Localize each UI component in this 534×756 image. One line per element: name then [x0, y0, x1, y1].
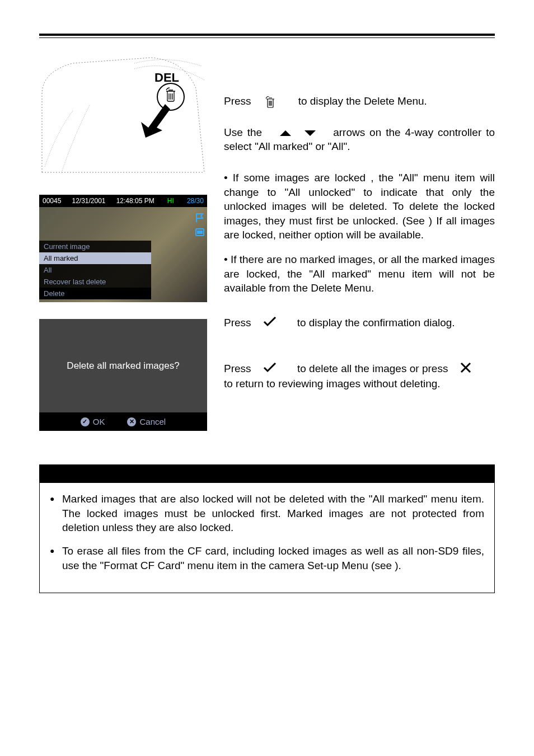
note-item-2: To erase all files from the CF card, inc… [50, 544, 484, 572]
main-columns: DEL 00045 12/31/2001 12:48:05 PM HI 28/3… [39, 55, 495, 431]
confirm-prompt: Delete all marked images? [39, 319, 207, 412]
arrow-down-icon [305, 130, 316, 136]
del-text: DEL [154, 71, 179, 85]
note-item-1: Marked images that are also locked will … [50, 492, 484, 535]
check-icon: ✓ [81, 417, 90, 426]
step-1: Press to display the Delete Menu. [224, 94, 495, 109]
confirm-button-bar: ✓ OK ✕ Cancel [39, 412, 207, 431]
image-time: 12:48:05 PM [116, 197, 154, 205]
screen-body: Current image All marked All Recover las… [39, 207, 207, 302]
trash-icon [263, 96, 278, 107]
card-icon [195, 227, 205, 237]
menu-item-current[interactable]: Current image [39, 241, 151, 252]
camera-screen-delete-menu: 00045 12/31/2001 12:48:05 PM HI 28/30 Cu… [39, 195, 207, 302]
step2-text-b: arrows on the 4-way controller to select… [224, 126, 495, 153]
ok-button[interactable]: ✓ OK [81, 417, 105, 426]
step3-text-b: to display the confirmation dialog. [297, 317, 455, 328]
step-2: Use the arrows on the 4-way controller t… [224, 125, 495, 154]
step1-text-b: to display the Delete Menu. [298, 95, 427, 107]
step3-text-a: Press [224, 317, 251, 328]
camera-back-illustration: DEL [39, 55, 207, 178]
status-bar: 00045 12/31/2001 12:48:05 PM HI 28/30 [39, 195, 207, 207]
cancel-label: Cancel [139, 417, 166, 426]
notes-box: Marked images that are also locked will … [39, 464, 495, 593]
page-top-rule [39, 34, 495, 38]
step4-text-b: to delete all the images or press [297, 363, 448, 374]
menu-item-recover[interactable]: Recover last delete [39, 276, 151, 288]
mark-flag-icon [195, 213, 205, 223]
step4-text-a: Press [224, 363, 251, 374]
note-locked-images: • If some images are locked , the "All" … [224, 171, 495, 242]
menu-item-all[interactable]: All [39, 264, 151, 276]
x-icon: ✕ [127, 417, 136, 426]
delete-menu: Current image All marked All Recover las… [39, 241, 151, 299]
step-4: Press to delete all the images or press … [224, 361, 495, 391]
notes-body: Marked images that are also locked will … [40, 483, 494, 593]
arrow-up-icon [280, 130, 291, 136]
frame-count: 28/30 [187, 197, 204, 205]
x-icon [460, 362, 471, 377]
svg-rect-3 [197, 231, 203, 234]
image-date: 12/31/2001 [72, 197, 105, 205]
step2-text-a: Use the [224, 126, 262, 138]
quality-indicator: HI [165, 197, 176, 205]
camera-screen-confirm-dialog: Delete all marked images? ✓ OK ✕ Cancel [39, 319, 207, 431]
instruction-column: Press to display the Delete Menu. Use th… [224, 55, 495, 431]
check-icon [263, 362, 277, 377]
svg-marker-1 [141, 104, 170, 138]
image-number: 00045 [43, 197, 61, 205]
step-3: Press to display the confirmation dialog… [224, 316, 495, 331]
left-column: DEL 00045 12/31/2001 12:48:05 PM HI 28/3… [39, 55, 207, 431]
step4-text-c: to return to reviewing images without de… [224, 378, 441, 389]
ok-label: OK [93, 417, 105, 426]
notes-header [40, 465, 494, 483]
menu-item-all-marked[interactable]: All marked [39, 252, 151, 264]
step1-text-a: Press [224, 95, 251, 107]
menu-title: Delete [39, 288, 151, 299]
check-icon [263, 316, 277, 331]
note-no-marked: • If there are no marked images, or all … [224, 252, 495, 295]
cancel-button[interactable]: ✕ Cancel [127, 417, 166, 426]
